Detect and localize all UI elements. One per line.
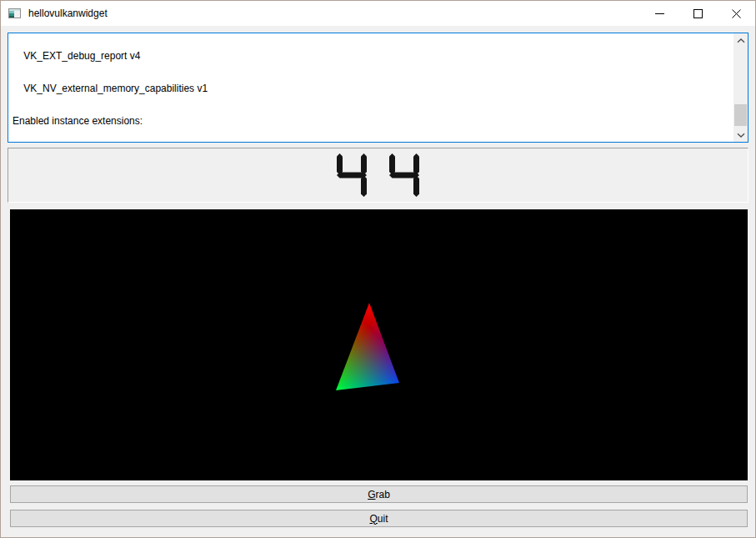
- grab-button[interactable]: Grab: [10, 485, 748, 503]
- lcd-digit: [389, 153, 419, 197]
- log-line: Enabled instance extensions:: [13, 116, 733, 127]
- caption-buttons: [640, 1, 755, 26]
- rgb-triangle: [336, 303, 399, 390]
- maximize-icon: [693, 9, 703, 18]
- triangle-blue-layer: [336, 303, 399, 390]
- log-content: VK_EXT_debug_report v4 VK_NV_external_me…: [8, 33, 733, 142]
- maximize-button[interactable]: [678, 1, 717, 26]
- scroll-up-button[interactable]: [733, 33, 748, 48]
- window-title: hellovulkanwidget: [28, 8, 108, 19]
- scroll-down-button[interactable]: [733, 128, 748, 142]
- minimize-icon: [655, 13, 664, 14]
- app-window-icon[interactable]: [8, 7, 22, 20]
- titlebar: hellovulkanwidget: [1, 1, 755, 26]
- log-line: VK_NV_external_memory_capabilities v1: [13, 83, 733, 94]
- close-button[interactable]: [717, 1, 755, 26]
- chevron-down-icon: [737, 133, 745, 138]
- vulkan-info-log[interactable]: VK_EXT_debug_report v4 VK_NV_external_me…: [8, 33, 748, 143]
- scrollbar-thumb[interactable]: [734, 104, 747, 126]
- vertical-scrollbar[interactable]: [733, 33, 748, 142]
- close-icon: [732, 9, 741, 18]
- minimize-button[interactable]: [640, 1, 678, 26]
- lcd-digit: [337, 153, 367, 197]
- grab-button-label: Grab: [368, 489, 390, 500]
- log-line: VK_EXT_debug_report v4: [13, 51, 733, 62]
- quit-button[interactable]: Quit: [10, 510, 748, 527]
- vulkan-render-surface: [10, 209, 748, 480]
- quit-button-label: Quit: [369, 513, 388, 525]
- chevron-up-icon: [737, 38, 745, 43]
- lcd-display: [8, 148, 748, 203]
- app-window: hellovulkanwidget VK_EXT_debug_report v4…: [0, 0, 756, 538]
